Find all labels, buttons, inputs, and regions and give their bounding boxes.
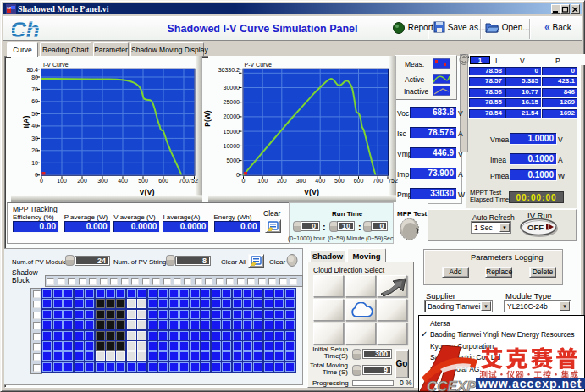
svg-text:www.accexp.net: www.accexp.net: [477, 377, 582, 390]
svg-text:CCEXP: CCEXP: [427, 378, 477, 392]
